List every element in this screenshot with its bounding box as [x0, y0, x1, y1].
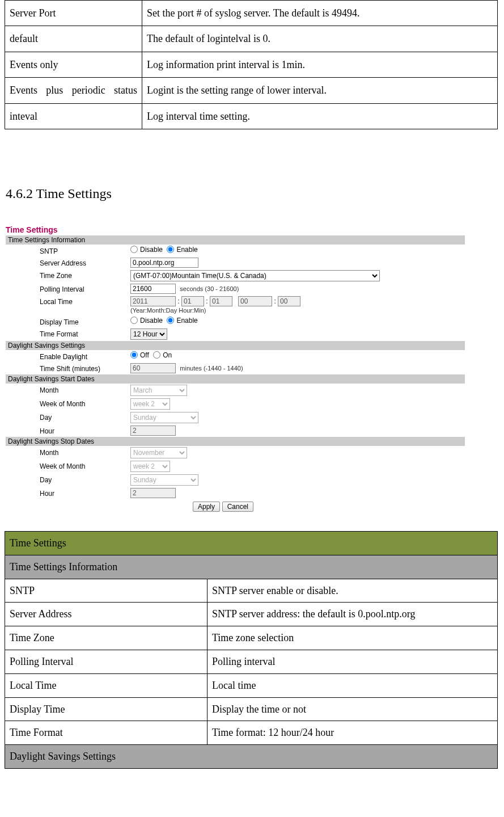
radio-label: Enable [176, 246, 197, 254]
table-cell: SNTP server address: the default is 0.po… [207, 603, 498, 626]
table-header-row: Daylight Savings Settings [5, 745, 498, 769]
table-cell: Time zone selection [207, 626, 498, 650]
table-header-row: Time Settings Information [5, 555, 498, 579]
start-month-label: Month [6, 385, 130, 394]
table-cell: Local Time [5, 673, 207, 697]
local-min-input[interactable] [278, 296, 300, 306]
table-cell: Local time [207, 673, 498, 697]
table-cell: The default of logintelval is 0. [142, 26, 498, 52]
group-header-info: Time Settings Information [6, 235, 465, 245]
polling-interval-label: Polling Interval [6, 284, 130, 293]
sntp-disable-radio[interactable] [130, 246, 138, 253]
local-time-label: Local Time [6, 296, 130, 306]
time-shift-input[interactable] [130, 363, 176, 373]
table-cell: Display the time or not [207, 697, 498, 721]
time-settings-screenshot: Time Settings Time Settings Information … [6, 224, 465, 514]
time-shift-label: Time Shift (minutes) [6, 363, 130, 373]
table-cell: Polling interval [207, 650, 498, 673]
stop-day-label: Day [6, 474, 130, 484]
table-cell: SNTP server enable or disable. [207, 579, 498, 603]
section-heading: 4.6.2 Time Settings [6, 186, 504, 201]
table-cell: Polling Interval [5, 650, 207, 673]
table-cell: Events only [5, 52, 142, 77]
radio-label: Off [140, 351, 149, 359]
timezone-select[interactable]: (GMT-07:00)Mountain Time(U.S. & Canada) [130, 270, 380, 281]
group-header-dst: Daylight Savings Settings [6, 341, 465, 350]
stop-day-select[interactable]: Sunday [130, 474, 198, 486]
display-enable-radio[interactable] [167, 317, 174, 324]
table-cell: Log information print interval is 1min. [142, 52, 498, 77]
stop-month-label: Month [6, 447, 130, 457]
stop-hour-label: Hour [6, 488, 130, 498]
daylight-on-radio[interactable] [153, 351, 160, 359]
start-week-select[interactable]: week 2 [130, 398, 170, 410]
daylight-off-radio[interactable] [130, 351, 138, 359]
stop-month-select[interactable]: November [130, 447, 187, 458]
table-cell: Events plus periodic status [5, 78, 142, 103]
radio-label: Enable [176, 317, 197, 325]
top-definition-table: Server Port Set the port # of syslog ser… [5, 0, 498, 129]
sntp-label: SNTP [6, 246, 130, 255]
table-cell: SNTP [5, 579, 207, 603]
table-title-row: Time Settings [5, 531, 498, 555]
server-address-input[interactable] [130, 258, 198, 268]
local-month-input[interactable] [181, 296, 204, 306]
table-cell: default [5, 26, 142, 52]
start-day-select[interactable]: Sunday [130, 412, 198, 423]
stop-hour-input[interactable] [130, 488, 176, 498]
time-format-label: Time Format [6, 329, 130, 338]
group-header-stop: Daylight Savings Stop Dates [6, 437, 465, 446]
table-cell: Time Format [5, 721, 207, 745]
stop-week-select[interactable]: week 2 [130, 461, 170, 472]
enable-daylight-label: Enable Daylight [6, 351, 130, 361]
table-cell: Time Zone [5, 626, 207, 650]
panel-title: Time Settings [6, 224, 465, 235]
display-time-label: Display Time [6, 317, 130, 326]
group-header-start: Daylight Savings Start Dates [6, 374, 465, 384]
polling-hint: seconds (30 - 21600) [180, 285, 239, 292]
local-time-hint: (Year:Month:Day Hour:Min) [130, 307, 206, 314]
display-disable-radio[interactable] [130, 317, 138, 324]
local-year-input[interactable] [130, 296, 176, 306]
stop-week-label: Week of Month [6, 461, 130, 470]
start-month-select[interactable]: March [130, 385, 187, 396]
table-cell: Time format: 12 hour/24 hour [207, 721, 498, 745]
start-hour-input[interactable] [130, 426, 176, 436]
time-settings-desc-table: Time Settings Time Settings Information … [5, 531, 498, 769]
table-cell: Server Address [5, 603, 207, 626]
start-day-label: Day [6, 412, 130, 422]
start-hour-label: Hour [6, 426, 130, 435]
radio-label: On [163, 351, 172, 359]
time-format-select[interactable]: 12 Hour [130, 329, 167, 340]
table-cell: Display Time [5, 697, 207, 721]
table-cell: Log interval time setting. [142, 103, 498, 129]
table-cell: Logint is the setting range of lower int… [142, 78, 498, 103]
start-week-label: Week of Month [6, 398, 130, 408]
sntp-enable-radio[interactable] [167, 246, 174, 253]
timezone-label: Time Zone [6, 270, 130, 280]
polling-interval-input[interactable] [130, 284, 176, 294]
apply-button[interactable]: Apply [193, 502, 220, 512]
table-cell: Server Port [5, 1, 142, 26]
radio-label: Disable [140, 246, 163, 254]
radio-label: Disable [140, 317, 163, 325]
time-shift-hint: minutes (-1440 - 1440) [180, 365, 243, 372]
server-address-label: Server Address [6, 258, 130, 267]
table-cell: Set the port # of syslog server. The def… [142, 1, 498, 26]
table-cell: inteval [5, 103, 142, 129]
local-day-input[interactable] [210, 296, 232, 306]
cancel-button[interactable]: Cancel [222, 502, 253, 512]
local-hour-input[interactable] [238, 296, 272, 306]
